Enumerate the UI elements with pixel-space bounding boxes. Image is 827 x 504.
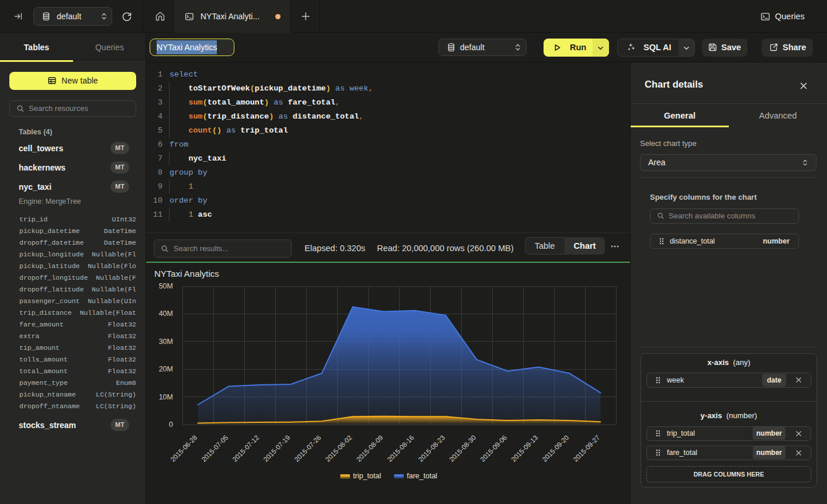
svg-text:2015-06-28: 2015-06-28 — [169, 434, 198, 463]
svg-text:10M: 10M — [159, 393, 173, 401]
svg-text:30M: 30M — [159, 338, 173, 346]
svg-text:40M: 40M — [159, 310, 173, 318]
svg-text:20M: 20M — [159, 365, 173, 373]
svg-text:2015-08-02: 2015-08-02 — [324, 434, 353, 463]
svg-text:2015-09-27: 2015-09-27 — [572, 434, 601, 463]
svg-text:2015-09-20: 2015-09-20 — [541, 434, 570, 463]
svg-text:trip_total: trip_total — [353, 472, 381, 480]
svg-text:2015-09-13: 2015-09-13 — [510, 434, 539, 463]
svg-text:50M: 50M — [159, 282, 173, 290]
svg-text:0: 0 — [169, 420, 173, 429]
svg-text:2015-08-23: 2015-08-23 — [417, 434, 446, 463]
svg-text:NYTaxi Analytics: NYTaxi Analytics — [154, 269, 219, 279]
svg-text:2015-08-09: 2015-08-09 — [355, 434, 384, 463]
svg-text:fare_total: fare_total — [407, 472, 437, 480]
svg-text:2015-07-05: 2015-07-05 — [200, 434, 229, 463]
svg-text:2015-07-19: 2015-07-19 — [262, 434, 291, 463]
svg-text:2015-08-16: 2015-08-16 — [386, 434, 415, 463]
svg-text:2015-08-30: 2015-08-30 — [448, 434, 477, 463]
svg-text:2015-07-12: 2015-07-12 — [231, 434, 260, 463]
svg-text:2015-07-26: 2015-07-26 — [293, 434, 322, 463]
svg-text:2015-09-06: 2015-09-06 — [479, 434, 508, 463]
